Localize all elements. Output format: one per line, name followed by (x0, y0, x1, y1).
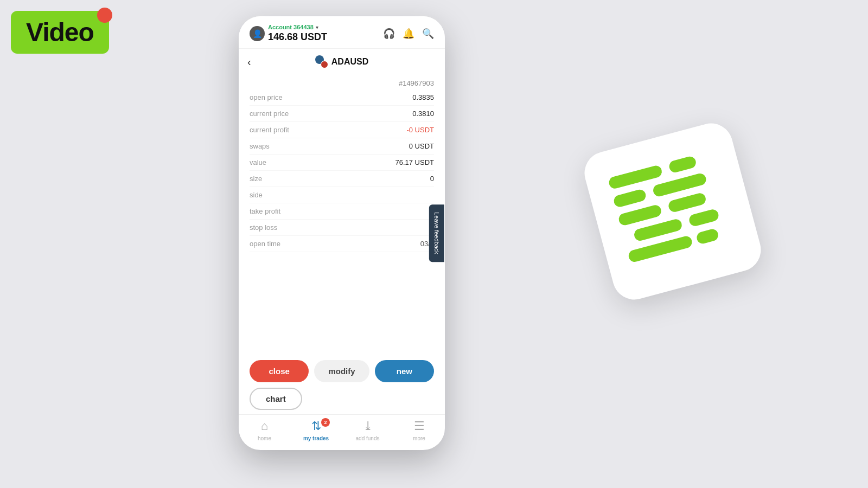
trade-id: #14967903 (250, 75, 434, 89)
usd-flag (321, 61, 328, 68)
nav-home[interactable]: ⌂ home (239, 419, 290, 441)
trades-icon: ⇅ (311, 419, 321, 433)
logo-bar-2 (668, 155, 697, 174)
value-swaps: 0 USDT (409, 142, 434, 150)
button-row-2: chart (250, 388, 434, 410)
label-swaps: swaps (250, 142, 270, 150)
label-open-price: open price (250, 93, 283, 101)
label-take-profit: take profit (250, 207, 280, 215)
account-info: Account 364438 ▾ 146.68 USDT (268, 24, 327, 43)
instrument-icon (315, 55, 328, 68)
logo-bars (608, 150, 738, 273)
close-button[interactable]: close (250, 360, 309, 382)
value-size: 0 (430, 175, 434, 183)
row-current-profit: current profit -0 USDT (250, 122, 434, 138)
more-icon: ☰ (414, 419, 425, 433)
nav-funds-label: add funds (356, 435, 380, 441)
back-button[interactable]: ‹ (247, 56, 251, 68)
nav-home-label: home (258, 435, 271, 441)
add-funds-icon: ⤓ (363, 419, 373, 433)
label-side: side (250, 191, 263, 199)
instrument-name: ADAUSD (331, 57, 368, 67)
value-current-price: 0.3810 (412, 110, 434, 118)
account-balance: 146.68 USDT (268, 31, 327, 43)
trade-details: #14967903 open price 0.3835 current pric… (239, 75, 445, 351)
button-row-1: close modify new (250, 360, 434, 382)
video-badge: Video (11, 11, 109, 54)
recording-dot (97, 8, 112, 23)
value-value: 76.17 USDT (395, 158, 434, 166)
chevron-down-icon[interactable]: ▾ (316, 24, 318, 30)
logo-bar-10 (695, 228, 719, 245)
row-swaps: swaps 0 USDT (250, 138, 434, 155)
row-open-time: open time 03/0 (250, 236, 434, 252)
label-current-profit: current profit (250, 126, 289, 134)
row-take-profit: take profit (250, 203, 434, 220)
action-buttons: close modify new chart (239, 351, 445, 414)
instrument-title: ADAUSD (315, 55, 368, 68)
row-open-price: open price 0.3835 (250, 89, 434, 106)
row-value: value 76.17 USDT (250, 155, 434, 171)
instrument-header: ‹ ADAUSD (239, 49, 445, 75)
nav-my-trades[interactable]: ⇅ 2 my trades (290, 419, 342, 441)
account-name-row: Account 364438 ▾ (268, 24, 327, 30)
bottom-nav: ⌂ home ⇅ 2 my trades ⤓ add funds ☰ more (239, 414, 445, 450)
account-avatar: 👤 (250, 26, 265, 41)
nav-more-label: more (413, 435, 425, 441)
phone: 👤 Account 364438 ▾ 146.68 USDT 🎧 🔔 🔍 (239, 16, 445, 450)
header-account: 👤 Account 364438 ▾ 146.68 USDT (250, 24, 327, 43)
nav-add-funds[interactable]: ⤓ add funds (342, 419, 393, 441)
trades-badge: 2 (321, 418, 330, 427)
label-stop-loss: stop loss (250, 223, 277, 232)
header-icons: 🎧 🔔 🔍 (383, 28, 434, 40)
logo-bar-5 (617, 204, 662, 227)
search-icon[interactable]: 🔍 (422, 28, 434, 40)
label-open-time: open time (250, 240, 280, 248)
header-top: 👤 Account 364438 ▾ 146.68 USDT 🎧 🔔 🔍 (250, 24, 434, 43)
logo-bar-8 (688, 208, 720, 227)
label-current-price: current price (250, 110, 289, 118)
phone-wrapper: 👤 Account 364438 ▾ 146.68 USDT 🎧 🔔 🔍 (239, 16, 445, 461)
chart-button[interactable]: chart (250, 388, 302, 410)
home-icon: ⌂ (261, 419, 268, 433)
value-open-price: 0.3835 (412, 93, 434, 101)
phone-header: 👤 Account 364438 ▾ 146.68 USDT 🎧 🔔 🔍 (239, 16, 445, 49)
headset-icon[interactable]: 🎧 (383, 28, 395, 40)
bell-icon[interactable]: 🔔 (403, 28, 414, 40)
logo-bar-3 (612, 188, 647, 208)
nav-more[interactable]: ☰ more (393, 419, 445, 441)
row-side: side (250, 187, 434, 203)
label-size: size (250, 175, 262, 183)
logo-card (580, 119, 766, 305)
new-button[interactable]: new (375, 360, 434, 382)
feedback-tab[interactable]: Leave feedback (429, 204, 444, 262)
row-stop-loss: stop loss (250, 220, 434, 236)
row-size: size 0 (250, 171, 434, 187)
nav-trades-label: my trades (303, 435, 329, 441)
video-badge-text: Video (26, 17, 94, 47)
logo-bar-6 (667, 192, 707, 213)
value-current-profit: -0 USDT (406, 126, 434, 134)
account-name: Account 364438 (268, 24, 314, 30)
row-current-price: current price 0.3810 (250, 106, 434, 122)
label-value: value (250, 158, 266, 166)
modify-button[interactable]: modify (314, 360, 369, 382)
